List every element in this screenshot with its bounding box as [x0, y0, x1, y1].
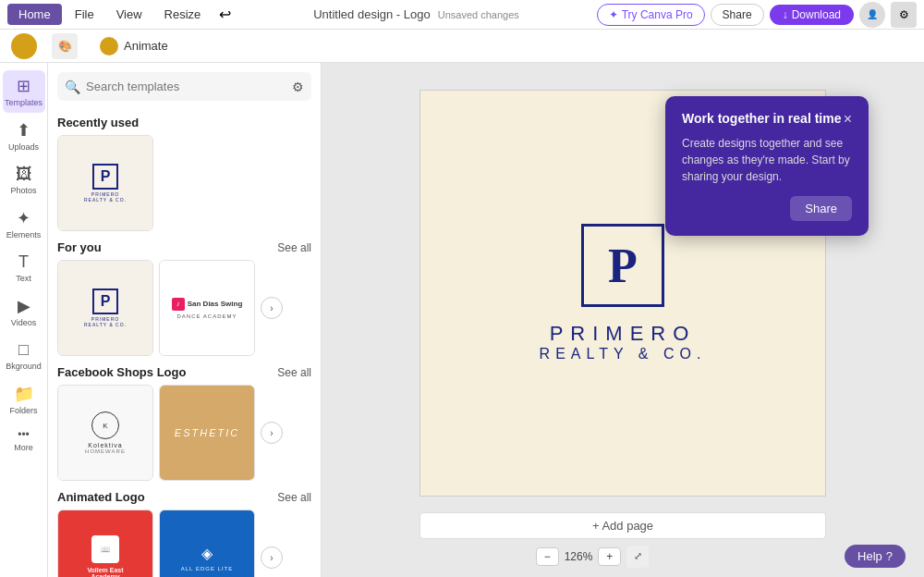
canva-pro-icon: ✦ — [609, 8, 618, 21]
color-picker[interactable] — [11, 33, 37, 59]
share-button[interactable]: Share — [711, 4, 764, 26]
logo-name: PRIMERO — [550, 322, 697, 346]
kolektiva-circle: K — [91, 411, 119, 439]
try-canva-pro-button[interactable]: ✦ Try Canva Pro — [597, 4, 705, 26]
resize-button[interactable]: Resize — [155, 4, 211, 25]
videos-icon: ▶ — [18, 296, 30, 316]
vollem-book-icon: 📖 — [91, 535, 119, 563]
template-card-esthetic[interactable]: ESTHETIC — [159, 385, 255, 481]
zoom-out-button[interactable]: − — [536, 547, 559, 566]
photos-icon: 🖼 — [16, 165, 32, 184]
canvas-footer: − 126% + ⤢ Help ? — [340, 539, 906, 568]
collab-close-button[interactable]: × — [844, 111, 852, 128]
uploads-label: Uploads — [8, 142, 39, 152]
text-icon: T — [18, 252, 29, 272]
template-card-sandias[interactable]: ♪ San Dias Swing DANCE ACADEMY — [159, 260, 255, 356]
search-bar: 🔍 ⚙ — [57, 72, 311, 101]
template-card-alledge[interactable]: ◈ ALL EDGE LITE — [159, 509, 255, 577]
animate-dot — [100, 37, 118, 55]
avatar[interactable]: 👤 — [859, 2, 885, 28]
recently-used-grid: P PRIMEROREALTY & CO. — [57, 135, 311, 231]
template-card-kolektiva[interactable]: K Kolektiva HOMEWARE — [57, 385, 153, 481]
zoom-control: − 126% + ⤢ — [536, 546, 650, 568]
uploads-icon: ⬆ — [17, 120, 30, 141]
for-you-title: For you — [57, 240, 102, 254]
animate-button[interactable]: Animate — [124, 39, 168, 53]
facebook-shops-grid: K Kolektiva HOMEWARE ESTHETIC › — [57, 385, 311, 481]
help-button[interactable]: Help ? — [845, 545, 906, 568]
folders-icon: 📁 — [14, 384, 34, 404]
esthetic-text: ESTHETIC — [175, 427, 239, 438]
sidebar-item-templates[interactable]: ⊞ Templates — [3, 70, 45, 113]
facebook-shops-header: Facebook Shops Logo See all — [57, 365, 311, 379]
top-bar: Home File View Resize ↩ Untitled design … — [0, 0, 924, 30]
download-button[interactable]: ↓ Download — [770, 5, 854, 25]
animate-area: Animate — [92, 37, 176, 55]
top-bar-right: ✦ Try Canva Pro Share ↓ Download 👤 ⚙ — [597, 2, 917, 28]
style-icon[interactable]: 🎨 — [52, 33, 78, 59]
sidebar-item-folders[interactable]: 📁 Folders — [3, 378, 45, 421]
animated-logo-see-all[interactable]: See all — [277, 491, 311, 504]
top-bar-center: Untitled design - Logo Unsaved changes — [239, 7, 592, 21]
help-label: Help — [857, 549, 882, 563]
template-card-primero-recent[interactable]: P PRIMEROREALTY & CO. — [57, 135, 153, 231]
facebook-shops-see-all[interactable]: See all — [277, 366, 311, 379]
download-icon: ↓ — [783, 8, 788, 21]
photos-label: Photos — [10, 186, 36, 195]
alledge-icon: ◈ — [201, 545, 213, 562]
recently-used-header: Recently used — [57, 116, 311, 129]
fullscreen-icon[interactable]: ⤢ — [626, 546, 649, 568]
secondary-bar: 🎨 Animate — [0, 30, 924, 63]
alledge-text: ALL EDGE LITE — [181, 566, 233, 571]
sandias-subtitle: DANCE ACADEMY — [176, 313, 237, 319]
elements-label: Elements — [6, 230, 42, 239]
logo-subtitle: REALTY & CO. — [540, 346, 707, 362]
more-label: More — [14, 443, 33, 452]
sidebar-item-more[interactable]: ••• More — [3, 423, 45, 458]
sidebar-item-text[interactable]: T Text — [3, 247, 45, 288]
elements-icon: ✦ — [17, 208, 30, 228]
zoom-in-button[interactable]: + — [598, 547, 621, 566]
collab-share-button[interactable]: Share — [790, 196, 852, 221]
facebook-shops-chevron[interactable]: › — [261, 422, 283, 444]
undo-icon[interactable]: ↩ — [213, 4, 236, 26]
sidebar-item-uploads[interactable]: ⬆ Uploads — [3, 115, 45, 157]
search-input[interactable] — [86, 72, 286, 101]
canvas-area: Work together in real time × Create desi… — [322, 63, 924, 577]
text-label: Text — [16, 274, 31, 283]
templates-panel: 🔍 ⚙ Recently used P PRIMEROREALTY & CO. — [48, 63, 322, 577]
download-label: Download — [792, 8, 841, 21]
sidebar-item-background[interactable]: □ Bkground — [3, 335, 45, 376]
sidebar-item-elements[interactable]: ✦ Elements — [3, 203, 45, 245]
add-page-bar[interactable]: + Add page — [419, 512, 826, 539]
search-icon: 🔍 — [65, 80, 80, 94]
template-card-vollem[interactable]: 📖 Vollem EastAcademy — [57, 509, 153, 577]
collab-popup-body: Create designs together and see changes … — [682, 135, 852, 185]
collab-popup-header: Work together in real time × — [682, 111, 852, 128]
collab-popup-title: Work together in real time — [682, 111, 841, 126]
home-button[interactable]: Home — [7, 4, 62, 25]
for-you-see-all[interactable]: See all — [277, 241, 311, 254]
for-you-grid: P PRIMEROREALTY & CO. ♪ San Dias Swing D… — [57, 260, 311, 356]
animated-logo-chevron[interactable]: › — [261, 546, 283, 569]
vollem-title: Vollem EastAcademy — [87, 567, 123, 577]
settings-icon[interactable]: ⚙ — [891, 2, 917, 28]
recently-used-title: Recently used — [57, 116, 139, 129]
sidebar-item-photos[interactable]: 🖼 Photos — [3, 159, 45, 201]
sandias-title: San Dias Swing — [188, 300, 243, 308]
logo-box: P — [581, 224, 664, 307]
templates-icon: ⊞ — [17, 76, 30, 96]
file-menu[interactable]: File — [66, 4, 103, 25]
for-you-chevron[interactable]: › — [261, 297, 283, 319]
kolektiva-name: Kolektiva — [88, 442, 122, 448]
sidebar-item-videos[interactable]: ▶ Videos — [3, 290, 45, 333]
view-menu[interactable]: View — [107, 4, 152, 25]
animated-logo-header: Animated Logo See all — [57, 490, 311, 504]
zoom-level: 126% — [565, 550, 593, 563]
sidebar-icons: ⊞ Templates ⬆ Uploads 🖼 Photos ✦ Element… — [0, 63, 48, 577]
videos-label: Videos — [11, 318, 36, 327]
template-card-primero-foryou[interactable]: P PRIMEROREALTY & CO. — [57, 260, 153, 356]
facebook-shops-title: Facebook Shops Logo — [57, 365, 186, 379]
kolektiva-sub: HOMEWARE — [85, 448, 126, 454]
filter-icon[interactable]: ⚙ — [292, 80, 304, 94]
